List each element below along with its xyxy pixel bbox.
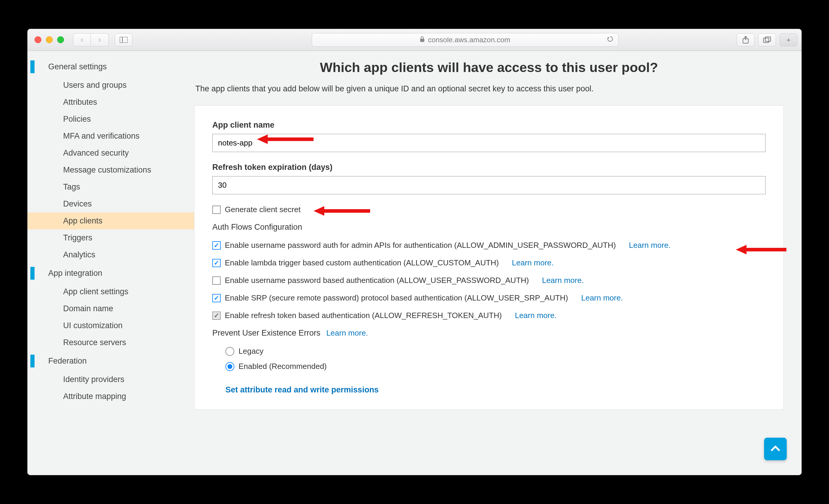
arrow-up-icon [769, 443, 781, 455]
sidenav-item-identity-providers[interactable]: Identity providers [27, 371, 194, 388]
auth-flow-row[interactable]: Enable lambda trigger based custom authe… [212, 258, 765, 268]
sidenav-item-tags[interactable]: Tags [27, 179, 194, 195]
side-navigation: General settings Users and groupsAttribu… [27, 51, 194, 475]
sidenav-section-appintegration[interactable]: App integration [27, 263, 194, 283]
radio-legacy-label: Legacy [239, 347, 263, 356]
radio-legacy[interactable] [225, 347, 235, 356]
svg-rect-2 [420, 39, 424, 42]
app-client-card: App client name Refresh token expiration… [194, 105, 784, 410]
sidenav-item-users-and-groups[interactable]: Users and groups [27, 77, 194, 94]
learn-more-link[interactable]: Learn more. [542, 276, 584, 285]
sidenav-item-policies[interactable]: Policies [27, 111, 194, 128]
auth-flow-checkbox[interactable] [212, 294, 221, 302]
learn-more-link[interactable]: Learn more. [515, 311, 556, 320]
auth-flow-row[interactable]: Enable username password based authentic… [212, 276, 765, 285]
auth-flow-label: Enable SRP (secure remote password) prot… [225, 293, 568, 303]
sidenav-item-resource-servers[interactable]: Resource servers [27, 334, 194, 351]
sidenav-item-domain-name[interactable]: Domain name [27, 300, 194, 317]
prevent-errors-heading: Prevent User Existence Errors Learn more… [212, 328, 765, 338]
sidenav-item-ui-customization[interactable]: UI customization [27, 317, 194, 334]
refresh-token-input[interactable] [212, 176, 765, 194]
sidenav-item-app-clients[interactable]: App clients [27, 212, 194, 229]
share-button[interactable] [737, 33, 755, 46]
titlebar: ‹ › console.aws.amazon.com ＋ [27, 29, 802, 51]
sidenav-item-mfa-and-verifications[interactable]: MFA and verifications [27, 128, 194, 145]
close-icon[interactable] [35, 36, 41, 43]
auth-flow-row[interactable]: Enable refresh token based authenticatio… [212, 311, 765, 320]
scroll-top-button[interactable] [764, 438, 787, 460]
tabs-button[interactable] [758, 33, 776, 46]
sidenav-item-message-customizations[interactable]: Message customizations [27, 161, 194, 179]
learn-more-link[interactable]: Learn more. [581, 293, 623, 303]
window-controls [35, 36, 64, 43]
auth-flow-label: Enable lambda trigger based custom authe… [225, 258, 499, 268]
auth-flow-label: Enable refresh token based authenticatio… [225, 311, 502, 320]
fullscreen-icon[interactable] [57, 36, 64, 43]
address-bar[interactable]: console.aws.amazon.com [312, 33, 618, 47]
sidenav-section-federation[interactable]: Federation [27, 351, 194, 371]
new-tab-button[interactable]: ＋ [780, 33, 797, 46]
auth-flow-row[interactable]: Enable username password auth for admin … [212, 241, 765, 250]
svg-rect-0 [120, 37, 128, 43]
learn-more-link[interactable]: Learn more. [629, 241, 671, 250]
auth-flow-label: Enable username password auth for admin … [225, 241, 616, 250]
radio-enabled[interactable] [225, 362, 235, 371]
generate-secret-label: Generate client secret [225, 205, 300, 214]
section-bar [30, 267, 35, 280]
sidenav-item-attribute-mapping[interactable]: Attribute mapping [27, 388, 194, 405]
auth-flow-checkbox[interactable] [212, 276, 221, 285]
generate-secret-row[interactable]: Generate client secret [212, 205, 765, 214]
auth-flow-row[interactable]: Enable SRP (secure remote password) prot… [212, 293, 765, 303]
reload-icon[interactable] [607, 36, 613, 44]
radio-enabled-row[interactable]: Enabled (Recommended) [225, 362, 765, 371]
active-section-bar [30, 61, 35, 73]
minimize-icon[interactable] [46, 36, 53, 43]
sidebar-toggle-button[interactable] [115, 33, 133, 46]
forward-button[interactable]: › [91, 33, 109, 46]
back-button[interactable]: ‹ [73, 33, 91, 46]
sidenav-item-advanced-security[interactable]: Advanced security [27, 145, 194, 161]
lock-icon [420, 36, 425, 44]
app-client-name-label: App client name [212, 120, 765, 130]
toolbar-right: ＋ [737, 33, 797, 46]
sidenav-item-analytics[interactable]: Analytics [27, 246, 194, 263]
svg-rect-6 [763, 38, 769, 43]
sidenav-label: General settings [48, 62, 107, 71]
sidenav-item-app-client-settings[interactable]: App client settings [27, 283, 194, 300]
learn-more-link[interactable]: Learn more. [512, 258, 553, 268]
sidenav-item-triggers[interactable]: Triggers [27, 229, 194, 246]
radio-legacy-row[interactable]: Legacy [225, 347, 765, 356]
sidenav-label: Federation [48, 356, 87, 365]
refresh-token-label: Refresh token expiration (days) [212, 163, 765, 172]
sidenav-item-attributes[interactable]: Attributes [27, 94, 194, 111]
nav-buttons: ‹ › [73, 33, 109, 46]
prevent-errors-text: Prevent User Existence Errors [212, 328, 320, 337]
section-bar [30, 355, 35, 367]
radio-enabled-label: Enabled (Recommended) [239, 362, 327, 371]
sidenav-label: App integration [48, 269, 102, 278]
page-content: General settings Users and groupsAttribu… [27, 51, 802, 475]
auth-flow-checkbox[interactable] [212, 259, 221, 267]
browser-window: ‹ › console.aws.amazon.com ＋ [27, 29, 802, 475]
page-title: Which app clients will have access to th… [194, 60, 784, 75]
auth-flow-checkbox[interactable] [212, 241, 221, 249]
generate-secret-checkbox[interactable] [212, 205, 221, 214]
sidenav-item-devices[interactable]: Devices [27, 195, 194, 212]
page-subtitle: The app clients that you add below will … [194, 84, 784, 93]
sidenav-section-general[interactable]: General settings [27, 57, 194, 77]
auth-flow-checkbox [212, 311, 221, 320]
auth-flow-label: Enable username password based authentic… [225, 276, 529, 285]
auth-flows-heading: Auth Flows Configuration [212, 223, 765, 232]
app-client-name-input[interactable] [212, 134, 765, 152]
learn-more-link[interactable]: Learn more. [326, 328, 368, 337]
main-panel: Which app clients will have access to th… [194, 51, 802, 475]
set-attribute-permissions-link[interactable]: Set attribute read and write permissions [225, 385, 379, 394]
svg-rect-7 [765, 37, 771, 41]
url-text: console.aws.amazon.com [428, 36, 510, 44]
